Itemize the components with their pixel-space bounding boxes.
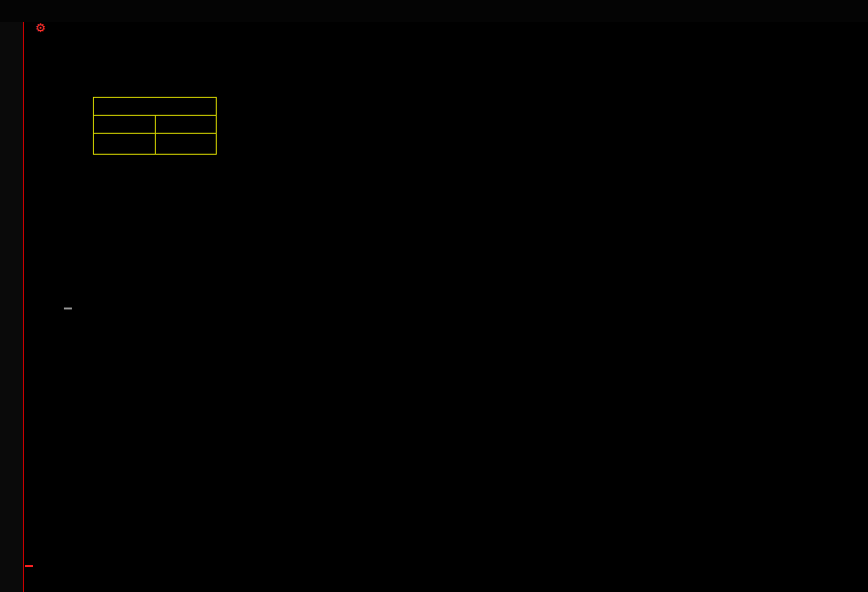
indicator-name[interactable] xyxy=(64,307,72,309)
volume-scale-note xyxy=(25,565,33,567)
menu-bar xyxy=(0,0,868,22)
title-bar xyxy=(67,23,83,37)
stock-app-window: ⚙ xyxy=(0,0,868,592)
sidebar-tabs xyxy=(0,22,24,592)
chart-canvas[interactable] xyxy=(0,0,868,592)
gear-icon[interactable]: ⚙ xyxy=(35,21,46,35)
gravity-box-border xyxy=(93,97,217,98)
